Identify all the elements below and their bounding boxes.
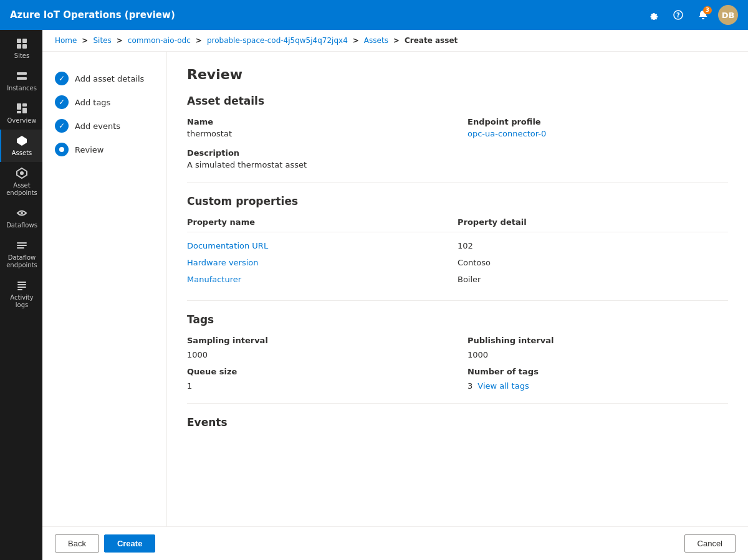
wizard-step-add-asset-details[interactable]: Add asset details [52, 67, 156, 90]
custom-properties-section-title: Custom properties [187, 195, 728, 207]
asset-endpoints-icon [16, 167, 28, 179]
asset-details-grid: Name thermostat Endpoint profile opc-ua-… [187, 117, 728, 169]
section-divider-3 [187, 403, 728, 404]
app-title: Azure IoT Operations (preview) [10, 9, 643, 21]
asset-details-section-title: Asset details [187, 95, 728, 107]
sidebar-item-instances[interactable]: Instances [0, 65, 42, 97]
custom-properties-table: Property name Property detail Documentat… [187, 217, 728, 288]
sidebar-item-activity-logs[interactable]: Activity logs [0, 274, 42, 314]
assets-label: Assets [12, 149, 32, 157]
content-area: Home > Sites > common-aio-odc > probable… [42, 30, 748, 560]
page-body: Add asset details Add tags Add events [42, 52, 748, 526]
tags-grid: Sampling interval 1000 Publishing interv… [187, 336, 728, 391]
breadcrumb: Home > Sites > common-aio-odc > probable… [42, 30, 748, 52]
cancel-button[interactable]: Cancel [684, 534, 736, 553]
svg-rect-6 [17, 72, 27, 75]
breadcrumb-home[interactable]: Home [55, 36, 77, 45]
prop-row-1: Hardware version Contoso [187, 254, 728, 271]
number-of-tags-value: 3 [467, 381, 472, 391]
topbar: Azure IoT Operations (preview) ? 3 DB [0, 0, 748, 30]
sampling-interval-label: Sampling interval [187, 336, 448, 345]
step-circle-add-events [55, 119, 69, 133]
prop-row-0: Documentation URL 102 [187, 237, 728, 254]
wizard-step-review[interactable]: Review [52, 138, 156, 161]
svg-rect-18 [17, 287, 26, 288]
svg-rect-9 [22, 103, 27, 107]
activity-logs-label: Activity logs [4, 294, 40, 309]
props-table-header: Property name Property detail [187, 217, 728, 232]
step-circle-add-asset-details [55, 72, 69, 85]
svg-text:?: ? [676, 12, 680, 19]
svg-rect-3 [22, 39, 27, 43]
review-content: Review Asset details Name thermostat End… [167, 52, 748, 526]
sidebar-item-sites[interactable]: Sites [0, 32, 42, 65]
settings-icon[interactable] [643, 5, 663, 25]
instances-label: Instances [7, 85, 37, 92]
publishing-interval-label: Publishing interval [467, 336, 728, 345]
svg-rect-2 [17, 39, 21, 43]
step-label-review: Review [75, 145, 103, 154]
breadcrumb-instance[interactable]: probable-space-cod-4j5qw5j4q72jqx4 [207, 36, 348, 45]
description-value: A simulated thermostat asset [187, 160, 448, 169]
svg-rect-4 [17, 44, 21, 49]
notifications-icon[interactable]: 3 [693, 5, 713, 25]
svg-rect-5 [22, 44, 27, 49]
breadcrumb-common-aio-odc[interactable]: common-aio-odc [128, 36, 191, 45]
main-layout: Sites Instances Overview Assets Asset en… [0, 30, 748, 560]
prop-name-1: Hardware version [187, 258, 458, 267]
section-divider-1 [187, 182, 728, 183]
sidebar-item-overview[interactable]: Overview [0, 97, 42, 130]
breadcrumb-assets[interactable]: Assets [364, 36, 388, 45]
sites-label: Sites [14, 52, 29, 60]
step-label-add-tags: Add tags [75, 98, 110, 107]
help-icon[interactable]: ? [668, 5, 688, 25]
svg-rect-7 [17, 77, 27, 80]
footer: Back Create Cancel [42, 526, 748, 560]
endpoint-profile-value: opc-ua-connector-0 [467, 129, 728, 138]
dataflow-endpoints-label: Dataflow endpoints [4, 254, 40, 269]
events-section-title: Events [187, 416, 728, 429]
tags-section-title: Tags [187, 313, 728, 326]
breadcrumb-current: Create asset [405, 36, 458, 45]
name-label: Name [187, 117, 448, 126]
dataflows-icon [16, 207, 28, 219]
instances-icon [16, 70, 28, 82]
overview-label: Overview [7, 117, 36, 125]
svg-point-15 [21, 212, 23, 214]
sidebar-item-asset-endpoints[interactable]: Asset endpoints [0, 162, 42, 202]
svg-rect-17 [17, 284, 26, 285]
dataflows-label: Dataflows [6, 222, 37, 229]
endpoint-profile-label: Endpoint profile [467, 117, 728, 126]
name-field: Name thermostat [187, 117, 448, 138]
sampling-interval-value: 1000 [187, 350, 448, 359]
wizard-step-add-tags[interactable]: Add tags [52, 90, 156, 114]
back-button[interactable]: Back [55, 534, 99, 553]
wizard-step-add-events[interactable]: Add events [52, 114, 156, 138]
prop-row-2: Manufacturer Boiler [187, 271, 728, 288]
name-value: thermostat [187, 129, 448, 138]
number-of-tags-value-container: 3 View all tags [467, 381, 728, 391]
svg-rect-16 [17, 282, 26, 283]
step-circle-review [55, 143, 69, 156]
svg-marker-12 [17, 136, 27, 146]
create-button[interactable]: Create [104, 534, 155, 553]
sidebar-item-dataflow-endpoints[interactable]: Dataflow endpoints [0, 234, 42, 274]
view-all-tags-link[interactable]: View all tags [477, 381, 529, 391]
svg-rect-10 [22, 108, 27, 113]
svg-rect-8 [17, 103, 21, 110]
prop-detail-2: Boiler [458, 275, 728, 284]
sidebar-item-assets[interactable]: Assets [0, 130, 42, 162]
description-label: Description [187, 148, 448, 158]
svg-point-20 [59, 147, 64, 152]
queue-size-label: Queue size [187, 367, 448, 376]
breadcrumb-sites[interactable]: Sites [94, 36, 112, 45]
topbar-icons: ? 3 DB [643, 5, 738, 25]
publishing-interval-value: 1000 [467, 350, 728, 359]
property-name-header: Property name [187, 217, 458, 227]
property-detail-header: Property detail [458, 217, 728, 227]
avatar[interactable]: DB [718, 5, 738, 25]
prop-detail-0: 102 [458, 241, 728, 250]
sidebar-item-dataflows[interactable]: Dataflows [0, 202, 42, 234]
sites-icon [16, 37, 28, 50]
overview-icon [16, 102, 28, 115]
